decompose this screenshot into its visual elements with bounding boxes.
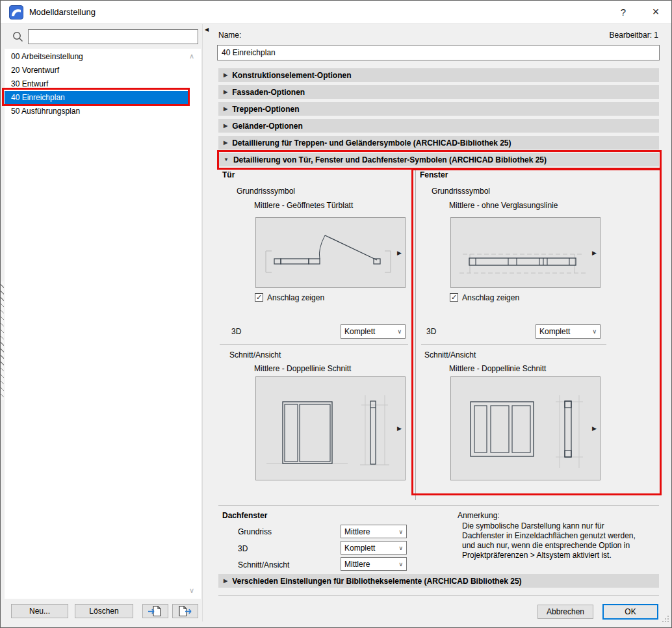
window-plan-preview: ▶ — [450, 217, 601, 288]
ok-button[interactable]: OK — [602, 604, 658, 620]
chevron-right-icon: ▶ — [224, 72, 227, 78]
resize-grip[interactable] — [661, 614, 669, 623]
door-plan-drawing — [256, 218, 405, 287]
chevron-right-icon: ▶ — [224, 578, 227, 584]
door-anschlag-label: Anschlag zeigen — [267, 293, 324, 302]
window-anschlag-checkbox[interactable]: ✓ — [450, 293, 458, 302]
scroll-up-icon[interactable]: ∧ — [189, 53, 194, 59]
title-bar: Modelldarstellung ? × — [1, 1, 671, 24]
section-bar-label: Detaillierung für Treppen- und Geländers… — [232, 138, 511, 148]
chevron-down-icon: ▼ — [224, 157, 229, 163]
section-bar-label: Konstruktionselement-Optionen — [232, 71, 351, 80]
checkmark-icon: ✓ — [451, 293, 457, 302]
combo-value: Mittlere — [344, 527, 370, 536]
left-edge-hatch — [1, 281, 4, 400]
name-label: Name: — [218, 31, 241, 40]
flipbook-arrow-icon[interactable]: ▶ — [397, 425, 402, 432]
door-3d-label: 3D — [231, 327, 241, 336]
section-bar-detail-tuer-fenster[interactable]: ▼ Detaillierung von Tür, Fenster und Dac… — [218, 153, 659, 166]
chevron-down-icon: ∨ — [397, 328, 402, 335]
door-plan-style: Mittlere - Geöffnetes Türblatt — [254, 201, 353, 210]
section-bar-verschieden-einstellungen[interactable]: ▶ Verschieden Einstellungen für Biblioth… — [218, 574, 659, 588]
door-section-preview: ▶ — [255, 376, 406, 480]
list-item[interactable]: 50 Ausführungsplan — [5, 105, 188, 118]
model-view-options-dialog: Modelldarstellung ? × ◀ 00 Arbeitseinste… — [0, 0, 672, 628]
section-bar-label: Verschieden Einstellungen für Bibliothek… — [232, 577, 521, 586]
window-anschlag-label: Anschlag zeigen — [462, 293, 519, 302]
section-bar-label: Detaillierung von Tür, Fenster und Dachf… — [233, 155, 547, 164]
section-bar-label: Geländer-Optionen — [232, 122, 303, 131]
section-bar-fassaden[interactable]: ▶ Fassaden-Optionen — [218, 85, 659, 99]
flipbook-arrow-icon[interactable]: ▶ — [592, 250, 597, 256]
export-settings-button[interactable] — [172, 604, 198, 618]
section-bar-treppen[interactable]: ▶ Treppen-Optionen — [218, 102, 659, 116]
roof-3d-combo[interactable]: Komplett ∨ — [341, 541, 407, 555]
section-bar-konstruktionselement[interactable]: ▶ Konstruktionselement-Optionen — [218, 68, 659, 82]
door-group-title: Tür — [222, 170, 235, 179]
combo-value: Komplett — [539, 327, 570, 336]
roof-section-label: Schnitt/Ansicht — [238, 560, 289, 569]
door-3d-combo[interactable]: Komplett ∨ — [341, 324, 406, 339]
window-section-label: Schnitt/Ansicht — [424, 350, 476, 360]
window-3d-label: 3D — [426, 327, 436, 336]
section-bar-label: Fassaden-Optionen — [232, 88, 305, 97]
search-input[interactable] — [28, 29, 198, 44]
chevron-right-icon: ▶ — [224, 123, 227, 129]
cancel-button[interactable]: Abbrechen — [537, 605, 593, 619]
list-item[interactable]: 00 Arbeitseinstellung — [5, 50, 188, 64]
chevron-down-icon: ∨ — [398, 545, 403, 551]
window-group-title: Fenster — [420, 170, 448, 179]
combo-value: Komplett — [344, 327, 375, 336]
note-line: Projektpräferenzen > Altsystem aktiviert… — [462, 551, 644, 560]
close-button[interactable]: × — [643, 1, 669, 23]
chevron-right-icon: ▶ — [224, 106, 227, 112]
window-3d-combo[interactable]: Komplett ∨ — [536, 324, 601, 339]
flipbook-arrow-icon[interactable]: ▶ — [592, 425, 597, 432]
window-plan-label: Grundrisssymbol — [432, 187, 490, 196]
roof-3d-label: 3D — [238, 544, 248, 553]
name-input[interactable] — [217, 45, 660, 60]
window-plan-style: Mittlere - ohne Verglasungslinie — [449, 201, 558, 210]
flipbook-arrow-icon[interactable]: ▶ — [397, 250, 402, 256]
chevron-right-icon: ▶ — [224, 89, 227, 95]
footer-separator — [218, 595, 659, 596]
chevron-down-icon: ∨ — [398, 561, 403, 568]
import-settings-button[interactable] — [142, 604, 168, 618]
view-set-list: 00 Arbeitseinstellung 20 Vorentwurf 30 E… — [5, 49, 201, 599]
list-item[interactable]: 30 Entwurf — [5, 77, 188, 91]
window-section-preview: ▶ — [450, 376, 601, 480]
window-plan-drawing — [451, 218, 600, 287]
chevron-down-icon: ∨ — [398, 529, 403, 535]
door-separator — [220, 344, 408, 345]
search-icon — [12, 31, 24, 43]
section-bar-detail-treppen-gelaender[interactable]: ▶ Detaillierung für Treppen- und Gelände… — [218, 136, 659, 150]
note-line: Dachfenster in Einzeldachflächen genutzt… — [462, 531, 644, 541]
door-plan-label: Grundrisssymbol — [237, 187, 295, 196]
roof-plan-combo[interactable]: Mittlere ∨ — [341, 525, 407, 538]
door-section-style: Mittlere - Doppellinie Schnitt — [254, 364, 351, 373]
scroll-down-icon[interactable]: ∨ — [189, 587, 194, 594]
window-section-style: Mittlere - Doppellinie Schnitt — [449, 364, 546, 373]
door-section-label: Schnitt/Ansicht — [229, 350, 281, 360]
delete-button[interactable]: Löschen — [75, 604, 133, 618]
door-anschlag-checkbox[interactable]: ✓ — [255, 293, 263, 302]
door-section-drawing — [256, 377, 405, 480]
editable-count: Bearbeitbar: 1 — [610, 31, 658, 40]
checkmark-icon: ✓ — [256, 293, 262, 302]
column-divider — [415, 170, 416, 500]
door-plan-preview: ▶ — [255, 217, 406, 288]
window-separator — [421, 344, 606, 345]
note-line: Die symbolische Darstellung kann nur für — [462, 521, 644, 531]
new-button[interactable]: Neu... — [11, 604, 68, 618]
combo-value: Mittlere — [344, 560, 370, 569]
export-icon — [177, 605, 193, 617]
dialog-title: Modelldarstellung — [29, 7, 96, 17]
roof-section-combo[interactable]: Mittlere ∨ — [341, 557, 407, 571]
chevron-down-icon: ∨ — [592, 328, 597, 335]
panel-collapse-icon[interactable]: ◀ — [205, 27, 209, 33]
window-section-drawing — [451, 377, 600, 480]
list-item[interactable]: 20 Vorentwurf — [5, 64, 188, 77]
list-item-selected[interactable]: 40 Einreichplan — [5, 91, 188, 105]
help-button[interactable]: ? — [610, 1, 636, 23]
section-bar-gelaender[interactable]: ▶ Geländer-Optionen — [218, 119, 659, 133]
